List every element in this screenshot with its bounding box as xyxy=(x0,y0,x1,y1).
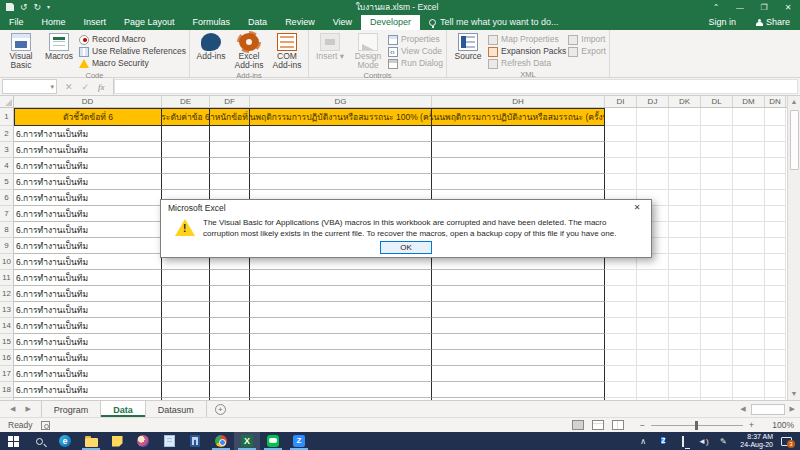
cell-DJ5[interactable] xyxy=(637,174,669,190)
column-header-DE[interactable]: DE xyxy=(162,96,210,107)
cell-DH17[interactable] xyxy=(432,366,605,382)
cell-DF4[interactable] xyxy=(210,158,250,174)
cell-DE12[interactable] xyxy=(162,286,210,302)
taskbar-calculator-button[interactable] xyxy=(182,432,208,450)
cell-DD3[interactable]: 6.การทำงานเป็นทีม xyxy=(14,142,162,158)
cell-DG17[interactable] xyxy=(250,366,432,382)
cell-DJ1[interactable] xyxy=(637,108,669,126)
cell-DH5[interactable] xyxy=(432,174,605,190)
cell-DM12[interactable] xyxy=(733,286,765,302)
cell-DL5[interactable] xyxy=(701,174,733,190)
cell-DL7[interactable] xyxy=(701,206,733,222)
cell-DE5[interactable] xyxy=(162,174,210,190)
cell-DL9[interactable] xyxy=(701,238,733,254)
cell-DE1[interactable]: ระดับค่าข้อ 6 xyxy=(162,108,210,126)
taskbar-search-button[interactable] xyxy=(26,432,52,450)
cell-DE17[interactable] xyxy=(162,366,210,382)
view-code-button[interactable]: View Code xyxy=(388,46,443,57)
vertical-scrollbar[interactable]: ▲ ▼ xyxy=(787,96,800,400)
import-button[interactable]: Import xyxy=(568,34,606,45)
cell-DN2[interactable] xyxy=(765,126,786,142)
ribbon-tab-review[interactable]: Review xyxy=(276,15,324,30)
sheet-nav-left-icon[interactable]: ◀ xyxy=(10,405,15,413)
com-add-ins-button[interactable]: COM Add-ins xyxy=(269,32,305,70)
cell-DG15[interactable] xyxy=(250,334,432,350)
cell-DK11[interactable] xyxy=(669,270,701,286)
name-box-dropdown-icon[interactable]: ▾ xyxy=(50,83,54,91)
taskbar-documents-app-button[interactable] xyxy=(156,432,182,450)
undo-icon[interactable]: ↺ xyxy=(20,2,28,12)
cell-DL10[interactable] xyxy=(701,254,733,270)
tray-zoom-icon[interactable]: Z xyxy=(654,436,672,446)
cell-DH18[interactable] xyxy=(432,382,605,398)
cell-DK19[interactable] xyxy=(669,398,701,400)
refresh-data-button[interactable]: Refresh Data xyxy=(488,58,566,69)
vertical-scroll-thumb[interactable] xyxy=(790,110,799,170)
cell-DK18[interactable] xyxy=(669,382,701,398)
sheet-tab-program[interactable]: Program xyxy=(41,401,102,417)
cell-DF19[interactable] xyxy=(210,398,250,400)
column-header-DM[interactable]: DM xyxy=(733,96,765,107)
cell-DF15[interactable] xyxy=(210,334,250,350)
cell-DN19[interactable] xyxy=(765,398,786,400)
cell-DG11[interactable] xyxy=(250,270,432,286)
row-header-18[interactable]: 18 xyxy=(0,382,14,398)
row-header-1[interactable]: 1 xyxy=(0,108,14,126)
ribbon-tab-data[interactable]: Data xyxy=(239,15,276,30)
sign-in-button[interactable]: Sign in xyxy=(698,15,746,30)
cell-DM14[interactable] xyxy=(733,318,765,334)
select-all-corner[interactable] xyxy=(0,96,14,107)
cell-DH1[interactable]: คะแนนพฤติกรรมการปฏิบัติงานหรือสมรรถนะ (ค… xyxy=(432,108,605,126)
cell-DK8[interactable] xyxy=(669,222,701,238)
taskbar-zoom-app-button[interactable]: Z xyxy=(286,432,312,450)
expansion-packs-button[interactable]: Expansion Packs xyxy=(488,46,566,57)
cell-DJ13[interactable] xyxy=(637,302,669,318)
cell-DM5[interactable] xyxy=(733,174,765,190)
scroll-up-icon[interactable]: ▲ xyxy=(791,96,798,108)
column-header-DG[interactable]: DG xyxy=(250,96,432,107)
cell-DD5[interactable]: 6.การทำงานเป็นทีม xyxy=(14,174,162,190)
column-header-DL[interactable]: DL xyxy=(701,96,733,107)
cell-DG4[interactable] xyxy=(250,158,432,174)
cell-DE14[interactable] xyxy=(162,318,210,334)
cell-DD8[interactable]: 6.การทำงานเป็นทีม xyxy=(14,222,162,238)
cell-DN7[interactable] xyxy=(765,206,786,222)
cell-DF13[interactable] xyxy=(210,302,250,318)
row-header-4[interactable]: 4 xyxy=(0,158,14,174)
cell-DN10[interactable] xyxy=(765,254,786,270)
cell-DJ4[interactable] xyxy=(637,158,669,174)
taskbar-paint-app-button[interactable] xyxy=(130,432,156,450)
cell-DI1[interactable] xyxy=(605,108,637,126)
cell-DK17[interactable] xyxy=(669,366,701,382)
cell-DM8[interactable] xyxy=(733,222,765,238)
pen-input-icon[interactable]: ✎ xyxy=(714,437,732,446)
cell-DD12[interactable]: 6.การทำงานเป็นทีม xyxy=(14,286,162,302)
cell-DH15[interactable] xyxy=(432,334,605,350)
ribbon-display-options-icon[interactable]: ⌃ xyxy=(704,3,728,12)
cell-DF2[interactable] xyxy=(210,126,250,142)
taskbar-chrome-button[interactable] xyxy=(208,432,234,450)
cell-DL11[interactable] xyxy=(701,270,733,286)
close-button[interactable]: ✕ xyxy=(776,3,800,12)
cell-DN16[interactable] xyxy=(765,350,786,366)
column-header-DK[interactable]: DK xyxy=(669,96,701,107)
cell-DN14[interactable] xyxy=(765,318,786,334)
cell-DN3[interactable] xyxy=(765,142,786,158)
cell-DG19[interactable] xyxy=(250,398,432,400)
cell-DE4[interactable] xyxy=(162,158,210,174)
export-button[interactable]: Export xyxy=(568,46,606,57)
cell-DI2[interactable] xyxy=(605,126,637,142)
cell-DK12[interactable] xyxy=(669,286,701,302)
cancel-icon[interactable]: ✕ xyxy=(65,82,73,92)
ribbon-tab-view[interactable]: View xyxy=(324,15,361,30)
sheet-nav-right-icon[interactable]: ▶ xyxy=(25,405,30,413)
row-header-11[interactable]: 11 xyxy=(0,270,14,286)
cell-DK14[interactable] xyxy=(669,318,701,334)
cell-DL12[interactable] xyxy=(701,286,733,302)
taskbar-file-explorer-button[interactable] xyxy=(78,432,104,450)
cell-DH13[interactable] xyxy=(432,302,605,318)
cell-DG12[interactable] xyxy=(250,286,432,302)
column-header-DF[interactable]: DF xyxy=(210,96,250,107)
taskbar-edge-button[interactable]: e xyxy=(52,432,78,450)
cell-DL4[interactable] xyxy=(701,158,733,174)
